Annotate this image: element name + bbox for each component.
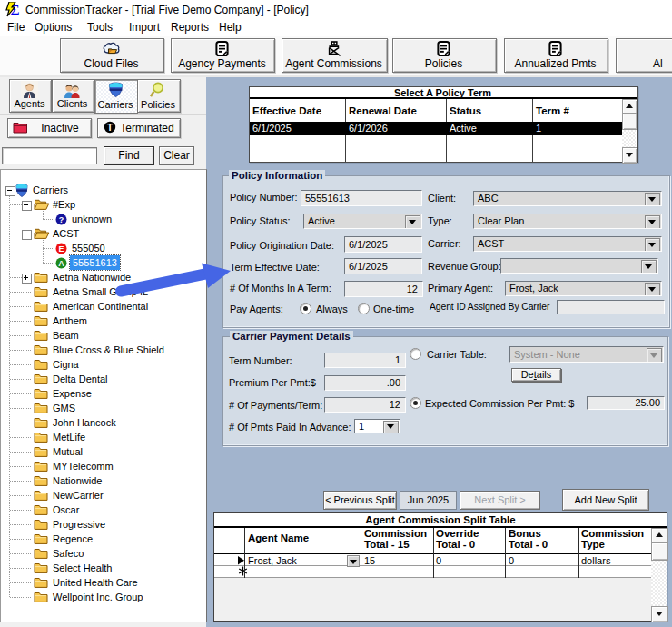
svg-text:T: T [107, 123, 113, 133]
